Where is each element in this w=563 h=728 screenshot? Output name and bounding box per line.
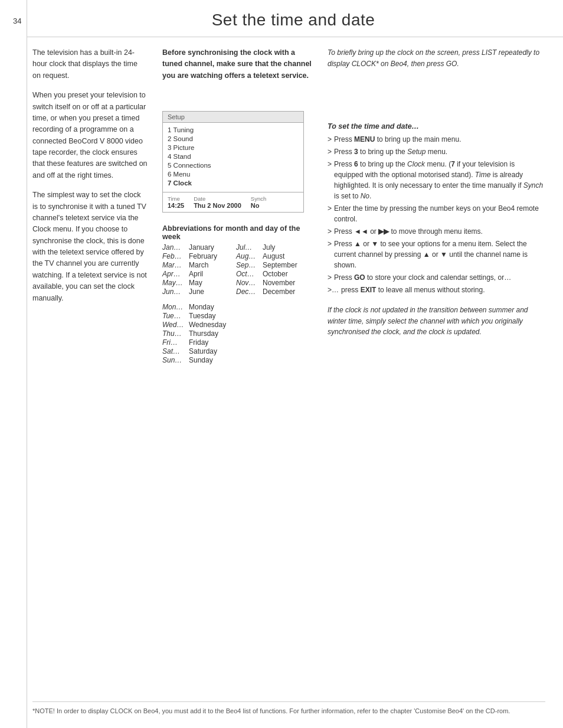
abbrev-aug-val: August <box>263 252 310 260</box>
abbrev-jan-key: Jan… <box>162 243 189 252</box>
right-column: To briefly bring up the clock on the scr… <box>328 47 545 338</box>
instructions-block: To set the time and date… > Press MENU t… <box>328 122 545 338</box>
abbrev-title: Abbreviations for month and day of the w… <box>162 224 313 241</box>
abbrev-oct-val: October <box>263 270 310 278</box>
abbrev-mon-val: Monday <box>189 303 242 311</box>
abbrev-months-grid: Jan… January Jul… July Feb… February Aug… <box>162 243 313 296</box>
inst-text-4: Enter the time by pressing the number ke… <box>334 203 545 224</box>
abbrev-days-grid: Mon… Monday Tue… Tuesday Wed… Wednesday … <box>162 303 313 364</box>
abbrev-oct-key: Oct… <box>236 270 263 278</box>
abbrev-sep-val: September <box>263 261 310 269</box>
setup-box-items: 1 Tuning 2 Sound 3 Picture 4 Stand 5 Con… <box>163 123 303 192</box>
abbrev-aug-key: Aug… <box>236 252 263 260</box>
abbrev-may-val: May <box>189 279 236 287</box>
setup-item-5: 5 Connections <box>168 161 299 169</box>
abbrev-mar-val: March <box>189 261 236 269</box>
left-para-3: The simplest way to set the clock is to … <box>32 190 148 304</box>
abbrev-fri-key: Fri… <box>162 338 189 347</box>
abbrev-mar-key: Mar… <box>162 261 189 269</box>
left-para-1: The television has a built-in 24-hour cl… <box>32 47 148 81</box>
abbrev-jul-key: Jul… <box>236 243 263 252</box>
setup-item-6: 6 Menu <box>168 169 299 178</box>
abbrev-sat-val: Saturday <box>189 347 242 355</box>
abbrev-jun-key: Jun… <box>162 288 189 296</box>
abbrev-dec-val: December <box>263 288 310 296</box>
left-para-2: When you preset your television to switc… <box>32 90 148 181</box>
setup-item-4: 4 Stand <box>168 152 299 161</box>
instruction-item-1: > Press MENU to bring up the main menu. <box>328 134 545 145</box>
abbrev-jul-val: July <box>263 243 310 252</box>
abbrev-may-key: May… <box>162 279 189 287</box>
instruction-list: > Press MENU to bring up the main menu. … <box>328 134 545 295</box>
instruction-item-5: > Press ◄◄ or ▶▶ to move through menu it… <box>328 226 545 237</box>
inst-text-3: Press 6 to bring up the Clock menu. (7 i… <box>334 159 545 201</box>
abbrev-sun-key: Sun… <box>162 356 189 364</box>
instruction-item-6: > Press ▲ or ▼ to see your options for a… <box>328 239 545 270</box>
abbrev-sun-val: Sunday <box>189 356 242 364</box>
instruction-item-4: > Enter the time by pressing the number … <box>328 203 545 224</box>
arrow-icon-1: > <box>328 134 332 145</box>
instruction-item-7: > Press GO to store your clock and calen… <box>328 272 545 283</box>
abbrev-thu-key: Thu… <box>162 329 189 338</box>
inst-text-5: Press ◄◄ or ▶▶ to move through menu item… <box>334 226 483 237</box>
footer-time: Time 14:25 <box>168 195 184 209</box>
abbrev-fri-val: Friday <box>189 338 242 347</box>
page-container: 34 Set the time and date The television … <box>0 0 563 728</box>
arrow-icon-3: > <box>328 159 332 201</box>
abbrev-wed-val: Wednesday <box>189 321 242 329</box>
setup-item-1: 1 Tuning <box>168 125 299 134</box>
instruction-item-2: > Press 3 to bring up the Setup menu. <box>328 146 545 157</box>
inst-text-7: Press GO to store your clock and calenda… <box>334 272 511 283</box>
abbrev-feb-key: Feb… <box>162 252 189 260</box>
inst-text-2: Press 3 to bring up the Setup menu. <box>334 146 447 157</box>
footnote: *NOTE! In order to display CLOCK on Beo4… <box>32 701 545 716</box>
abbrev-tue-key: Tue… <box>162 312 189 320</box>
abbrev-nov-val: November <box>263 279 310 287</box>
right-top-italic-text: To briefly bring up the clock on the scr… <box>328 48 539 68</box>
middle-column-top: Before synchronising the clock with a tu… <box>162 47 313 364</box>
instruction-item-8: >… press EXIT to leave all menus without… <box>328 285 545 295</box>
arrow-icon-7: > <box>328 272 332 283</box>
abbrev-jan-val: January <box>189 243 236 252</box>
setup-box-footer: Time 14:25 Date Thu 2 Nov 2000 Synch No <box>163 192 303 212</box>
arrow-icon-8: >… <box>328 285 339 295</box>
setup-item-2: 2 Sound <box>168 134 299 143</box>
abbrev-tue-val: Tuesday <box>189 312 242 320</box>
abbrev-wed-key: Wed… <box>162 321 189 329</box>
inst-text-6: Press ▲ or ▼ to see your options for a m… <box>334 239 545 270</box>
left-column: The television has a built-in 24-hour cl… <box>32 47 148 312</box>
arrow-icon-5: > <box>328 226 332 237</box>
setup-box: Setup 1 Tuning 2 Sound 3 Picture 4 Stand… <box>162 111 304 213</box>
instruction-item-3: > Press 6 to bring up the Clock menu. (7… <box>328 159 545 201</box>
abbrev-jun-val: June <box>189 288 236 296</box>
abbrev-mon-key: Mon… <box>162 303 189 311</box>
arrow-icon-4: > <box>328 203 332 224</box>
abbrev-sep-key: Sep… <box>236 261 263 269</box>
italic-note: If the clock is not updated in the trans… <box>328 305 545 338</box>
inst-text-8: press EXIT to leave all menus without st… <box>341 285 485 295</box>
abbrev-apr-val: April <box>189 270 236 278</box>
footer-synch: Synch No <box>251 195 266 209</box>
abbrev-thu-val: Thursday <box>189 329 242 338</box>
right-top-text: To briefly bring up the clock on the scr… <box>328 47 545 69</box>
footer-date: Date Thu 2 Nov 2000 <box>194 195 241 209</box>
instructions-title: To set the time and date… <box>328 122 545 130</box>
setup-box-header: Setup <box>163 112 303 123</box>
left-border <box>27 0 27 728</box>
abbrev-sat-key: Sat… <box>162 347 189 355</box>
title-separator <box>27 37 563 37</box>
abbreviations-section: Abbreviations for month and day of the w… <box>162 224 313 364</box>
abbrev-nov-key: Nov… <box>236 279 263 287</box>
inst-text-1: Press MENU to bring up the main menu. <box>334 134 461 145</box>
page-title: Set the time and date <box>59 11 528 30</box>
abbrev-apr-key: Apr… <box>162 270 189 278</box>
abbrev-dec-key: Dec… <box>236 288 263 296</box>
middle-top-text: Before synchronising the clock with a tu… <box>162 47 313 81</box>
page-number: 34 <box>13 17 21 25</box>
setup-item-7: 7 Clock <box>168 178 299 187</box>
setup-item-3: 3 Picture <box>168 143 299 152</box>
abbrev-feb-val: February <box>189 252 236 260</box>
arrow-icon-6: > <box>328 239 332 270</box>
arrow-icon-2: > <box>328 146 332 157</box>
